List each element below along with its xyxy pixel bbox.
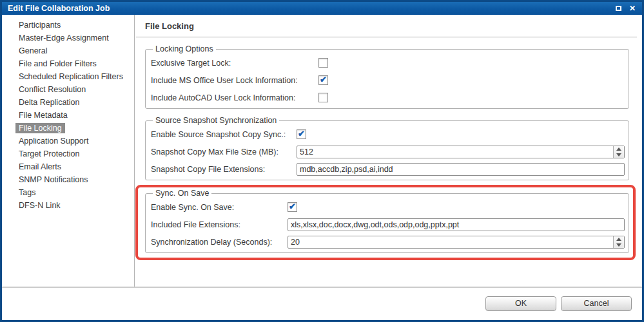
- section-sync-on-save: Sync. On SaveEnable Sync. On Save:✔Inclu…: [145, 189, 629, 253]
- sidebar-item-participants[interactable]: Participants: [15, 20, 64, 30]
- sidebar-item-scheduled-replication-filters[interactable]: Scheduled Replication Filters: [15, 71, 126, 82]
- dialog-window: Edit File Collaboration Job ✕ Participan…: [0, 0, 644, 322]
- exclusive-target-lock-label: Exclusive Target Lock:: [151, 59, 318, 68]
- footer-bar: OK Cancel: [2, 287, 642, 320]
- snapshot-copy-max-file-size-mb-label: Snapshot Copy Max File Size (MB):: [151, 147, 297, 156]
- cancel-button[interactable]: Cancel: [561, 296, 632, 311]
- spinner-down-icon[interactable]: [614, 152, 624, 158]
- snapshot-copy-file-extensions-label: Snapshot Copy File Extensions:: [151, 165, 297, 174]
- synchronization-delay-seconds-input[interactable]: [288, 236, 625, 249]
- sections-host: Locking OptionsExclusive Target Lock:Inc…: [135, 44, 642, 260]
- form-row: Enable Source Snapshot Copy Sync.:✔: [151, 126, 625, 143]
- form-row: Snapshot Copy Max File Size (MB):: [151, 143, 625, 160]
- sidebar-item-file-locking[interactable]: File Locking: [15, 123, 65, 133]
- sidebar-item-master-edge-assignment[interactable]: Master-Edge Assignment: [15, 33, 112, 43]
- spinner-down-icon[interactable]: [614, 242, 624, 248]
- include-autocad-user-lock-information-checkbox[interactable]: [318, 93, 328, 102]
- sidebar-item-delta-replication[interactable]: Delta Replication: [15, 97, 83, 108]
- sidebar-item-file-and-folder-filters[interactable]: File and Folder Filters: [15, 59, 100, 69]
- section-legend: Sync. On Save: [153, 189, 211, 198]
- spinner-field: [288, 236, 625, 249]
- window-title: Edit File Collaboration Job: [8, 4, 110, 13]
- section-locking-options: Locking OptionsExclusive Target Lock:Inc…: [145, 44, 629, 109]
- form-row: Include MS Office User Lock Information:…: [151, 71, 625, 89]
- sidebar-item-target-protection[interactable]: Target Protection: [15, 149, 83, 159]
- snapshot-copy-max-file-size-mb-input[interactable]: [297, 146, 625, 158]
- synchronization-delay-seconds-spinner[interactable]: [613, 236, 624, 248]
- spinner-up-icon[interactable]: [614, 236, 624, 242]
- sidebar-item-general[interactable]: General: [15, 46, 50, 56]
- sidebar-item-dfs-n-link[interactable]: DFS-N Link: [15, 200, 64, 211]
- form-row: Snapshot Copy File Extensions:: [151, 160, 625, 178]
- include-autocad-user-lock-information-label: Include AutoCAD User Lock Information:: [151, 93, 318, 102]
- highlight-annotation-box: Sync. On SaveEnable Sync. On Save:✔Inclu…: [135, 185, 636, 260]
- header-separator: [136, 37, 637, 37]
- sidebar-item-snmp-notifications[interactable]: SNMP Notifications: [15, 175, 91, 185]
- snapshot-copy-max-file-size-mb-spinner[interactable]: [613, 146, 624, 158]
- ok-button[interactable]: OK: [485, 296, 556, 311]
- checkmark-icon: ✔: [320, 75, 327, 84]
- sidebar-item-conflict-resolution[interactable]: Conflict Resolution: [15, 84, 89, 95]
- form-row: Include AutoCAD User Lock Information:: [151, 89, 625, 106]
- included-file-extensions-label: Included File Extensions:: [151, 220, 288, 229]
- maximize-icon[interactable]: [616, 6, 621, 11]
- sidebar-item-file-metadata[interactable]: File Metadata: [15, 110, 71, 120]
- sidebar-item-email-alerts[interactable]: Email Alerts: [15, 162, 64, 172]
- enable-sync-on-save-label: Enable Sync. On Save:: [151, 203, 288, 212]
- exclusive-target-lock-checkbox[interactable]: [318, 58, 328, 68]
- checkmark-icon: ✔: [289, 202, 296, 211]
- sidebar-nav: ParticipantsMaster-Edge AssignmentGenera…: [2, 15, 134, 287]
- spinner-field: [297, 146, 625, 158]
- sidebar-item-tags[interactable]: Tags: [15, 187, 39, 198]
- form-row: Included File Extensions:: [151, 216, 625, 233]
- form-row: Exclusive Target Lock:: [151, 54, 625, 71]
- window-controls: ✕: [616, 2, 636, 15]
- enable-sync-on-save-checkbox[interactable]: ✔: [288, 202, 297, 212]
- include-ms-office-user-lock-information-checkbox[interactable]: ✔: [318, 75, 328, 85]
- synchronization-delay-seconds-label: Synchronization Delay (Seconds):: [151, 238, 288, 247]
- form-row: Synchronization Delay (Seconds):: [151, 233, 625, 251]
- enable-source-snapshot-copy-sync-label: Enable Source Snapshot Copy Sync.:: [151, 130, 297, 139]
- section-source-snapshot-synchronization: Source Snapshot SynchronizationEnable So…: [145, 116, 629, 180]
- section-legend: Source Snapshot Synchronization: [153, 116, 279, 125]
- enable-source-snapshot-copy-sync-checkbox[interactable]: ✔: [297, 129, 306, 139]
- checkmark-icon: ✔: [298, 129, 305, 138]
- include-ms-office-user-lock-information-label: Include MS Office User Lock Information:: [151, 76, 318, 85]
- close-icon[interactable]: ✕: [629, 5, 636, 12]
- section-legend: Locking Options: [153, 44, 216, 53]
- form-row: Enable Sync. On Save:✔: [151, 198, 625, 216]
- main-panel: File Locking Locking OptionsExclusive Ta…: [135, 15, 642, 287]
- sidebar-item-application-support[interactable]: Application Support: [15, 136, 92, 146]
- spinner-up-icon[interactable]: [614, 146, 624, 152]
- snapshot-copy-file-extensions-input[interactable]: [297, 163, 625, 176]
- page-title: File Locking: [145, 21, 642, 31]
- title-bar: Edit File Collaboration Job ✕: [2, 2, 642, 15]
- footer-buttons: OK Cancel: [2, 296, 632, 311]
- included-file-extensions-input[interactable]: [288, 218, 625, 231]
